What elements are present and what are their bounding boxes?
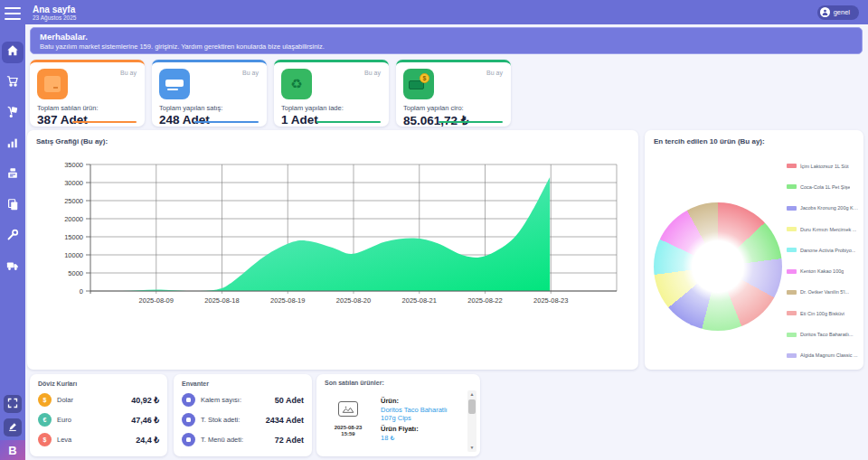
legend-item-4[interactable]: Duru Kırmızı Mercimek ... (787, 219, 859, 239)
header-titles: Ana sayfa 23 Ağustos 2025 (33, 5, 76, 21)
currency-value: 40,92 ₺ (131, 396, 159, 405)
stat-card-3: ♻Bu ayToplam yapılan iade:1 Adet (274, 60, 389, 127)
sidebar-bottom (4, 395, 22, 437)
legend-label: Jacobs Kronung 200g Ka... (800, 205, 859, 211)
svg-text:30000: 30000 (64, 179, 83, 187)
inventory-name: T. Stok adeti: (201, 416, 240, 424)
edit-button[interactable] (4, 418, 22, 437)
truck-icon (6, 259, 19, 276)
legend-item-7[interactable]: Dr. Oetker Vanilin 5'l... (787, 282, 859, 303)
stat-accent-line (72, 121, 137, 123)
currency-row-leva: $Leva24,4 ₺ (38, 433, 159, 446)
sidebar-item-register[interactable] (2, 164, 24, 186)
header: Ana sayfa 23 Ağustos 2025 genel (25, 0, 868, 24)
legend-item-5[interactable]: Danone Activia Probiyo... (787, 239, 859, 260)
svg-text:2025-08-20: 2025-08-20 (336, 296, 371, 305)
sidebar-item-reports[interactable] (2, 134, 24, 155)
cash-register-icon (6, 167, 19, 183)
inventory-card: Envanter Kalem sayısı:50 AdetT. Stok ade… (174, 374, 312, 456)
image-placeholder-icon (338, 401, 358, 417)
stat-card-2: Bu ayToplam yapılan satış:248 Adet (152, 60, 267, 127)
svg-text:10000: 10000 (64, 251, 83, 259)
currency-symbol-icon: $ (38, 393, 52, 407)
top-products-legend: İçim Laktozsuz 1L SütCoca-Cola 1L Pet Şi… (787, 155, 859, 366)
stat-label: Toplam satılan ürün: (37, 104, 137, 112)
legend-swatch (787, 206, 797, 211)
legend-swatch (787, 333, 797, 337)
legend-item-3[interactable]: Jacobs Kronung 200g Ka... (787, 198, 859, 219)
credit-card-icon (159, 69, 190, 99)
page-title: Ana sayfa (33, 5, 76, 14)
currency-card: Döviz Kurları $Dolar40,92 ₺€Euro47,46 ₺$… (30, 374, 167, 456)
sidebar-item-tools[interactable] (2, 226, 24, 248)
legend-label: Duru Kırmızı Mercimek ... (800, 227, 856, 232)
currency-name: Euro (57, 416, 71, 424)
legend-label: Coca-Cola 1L Pet Şişe (800, 184, 850, 190)
legend-swatch (787, 290, 797, 295)
svg-text:2025-08-18: 2025-08-18 (204, 296, 239, 305)
handtruck-icon (6, 106, 19, 122)
legend-swatch (787, 269, 797, 274)
currency-value: 47,46 ₺ (131, 416, 159, 425)
legend-label: Eti Cin 100g Bisküvi (800, 311, 844, 316)
legend-swatch (787, 164, 797, 168)
top-products-title: En tercih edilen 10 ürün (Bu ay): (645, 130, 863, 146)
legend-item-1[interactable]: İçim Laktozsuz 1L Süt (787, 155, 859, 176)
legend-item-8[interactable]: Eti Cin 100g Bisküvi (787, 303, 859, 324)
scrollbar[interactable]: ▲ ▼ (467, 390, 476, 452)
page-date: 23 Ağustos 2025 (33, 14, 76, 21)
inventory-title: Envanter (182, 380, 304, 387)
sidebar-item-home[interactable] (2, 42, 24, 63)
stat-accent-line (316, 121, 381, 123)
last-sold-thumb: 2025-08-23 15:59 (325, 392, 372, 451)
legend-swatch (787, 311, 797, 315)
menu-icon[interactable] (5, 7, 21, 20)
main-content: Merhabalar. Batu yazılım market sistemle… (25, 24, 868, 460)
legend-item-9[interactable]: Doritos Taco Baharatlı... (787, 324, 859, 344)
sales-area-chart: 050001000015000200002500030000350002025-… (27, 143, 638, 367)
legend-item-6[interactable]: Kenton Kakao 100g (787, 260, 859, 281)
scrollbar-thumb[interactable] (468, 399, 476, 414)
sidebar-item-shipping[interactable] (2, 257, 24, 278)
scroll-down-icon[interactable]: ▼ (467, 444, 476, 452)
stat-value: 248 Adet (159, 113, 259, 127)
legend-label: Algida Magnum Classic ... (800, 352, 858, 358)
inventory-row-1: Kalem sayısı:50 Adet (182, 393, 304, 407)
last-sold-time: 15:59 (325, 431, 372, 437)
inventory-name: Kalem sayısı: (201, 396, 241, 404)
stat-period: Bu ay (120, 70, 137, 76)
edit-icon (7, 419, 18, 436)
sidebar-item-documents[interactable] (2, 195, 24, 217)
scroll-up-icon[interactable]: ▲ (467, 390, 476, 399)
recycle-icon: ♻ (281, 69, 312, 99)
sidebar-item-stock[interactable] (2, 103, 24, 125)
legend-label: İçim Laktozsuz 1L Süt (800, 164, 849, 169)
stat-period: Bu ay (364, 70, 381, 76)
legend-label: Doritos Taco Baharatlı... (800, 332, 854, 337)
stat-label: Toplam yapılan ciro: (403, 104, 504, 112)
currency-rows: $Dolar40,92 ₺€Euro47,46 ₺$Leva24,4 ₺ (38, 393, 159, 446)
svg-text:5000: 5000 (68, 269, 83, 277)
svg-text:0: 0 (80, 287, 83, 296)
sidebar-nav (2, 42, 24, 278)
svg-text:20000: 20000 (64, 215, 83, 223)
svg-text:2025-08-21: 2025-08-21 (402, 296, 437, 305)
price-label: Ürün Fiyatı: (381, 425, 464, 433)
last-sold-card: Son satılan ürünler: 2025-08-23 15:59 Ür… (316, 374, 480, 456)
sidebar-item-sales[interactable] (2, 72, 24, 94)
legend-swatch (787, 227, 797, 231)
legend-item-2[interactable]: Coca-Cola 1L Pet Şişe (787, 176, 859, 197)
legend-item-10[interactable]: Algida Magnum Classic ... (787, 345, 859, 366)
product-link[interactable]: Doritos Taco Baharatlı 107g Cips (381, 406, 464, 422)
user-avatar-icon (820, 7, 830, 17)
user-menu-button[interactable]: genel (817, 5, 859, 20)
last-sold-details: Ürün: Doritos Taco Baharatlı 107g Cips Ü… (381, 392, 464, 451)
welcome-banner: Merhabalar. Batu yazılım market sistemle… (30, 27, 863, 54)
price-value[interactable]: 18 ₺ (381, 434, 464, 442)
svg-text:15000: 15000 (64, 233, 83, 241)
inventory-row-2: T. Stok adeti:2434 Adet (182, 413, 304, 427)
fullscreen-button[interactable] (4, 395, 22, 413)
cart-icon (6, 75, 19, 91)
inventory-row-3: T. Menü adeti:72 Adet (182, 433, 304, 446)
stat-accent-line (194, 121, 259, 123)
